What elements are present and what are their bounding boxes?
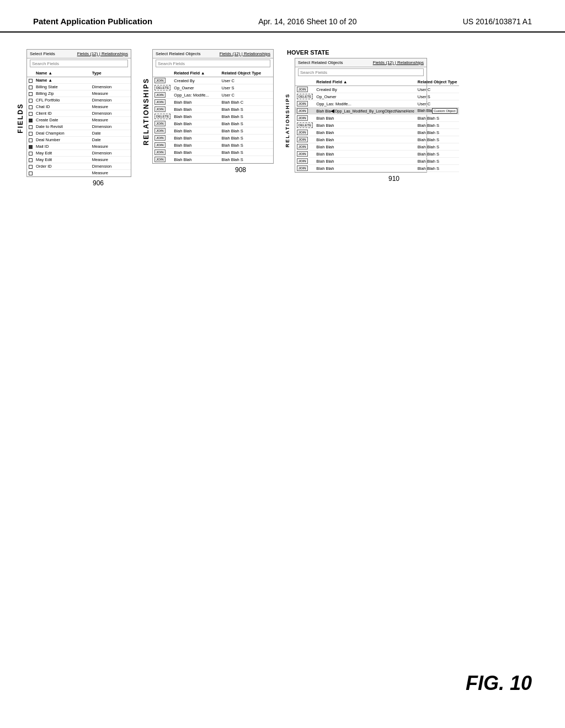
field-name: Name ▲ (34, 77, 90, 84)
hover-object-type: Blah Blah S (416, 129, 459, 136)
field-checkbox[interactable] (27, 104, 34, 110)
hover-table-row: JOINCreated ByUser C (295, 86, 459, 93)
rel-search-row[interactable] (153, 58, 273, 69)
rel-table-row: JOINCreated ByUser C (153, 77, 273, 84)
rel-btn-cell[interactable]: JOIN (153, 106, 172, 113)
hover-btn-cell[interactable]: JOIN (295, 108, 315, 115)
header-center: Apr. 14, 2016 Sheet 10 of 20 (258, 17, 356, 26)
hover-panel: Select Related Objects Fields (12) | Rel… (295, 58, 427, 173)
field-checkbox[interactable] (27, 157, 34, 163)
field-name: Create Date (34, 117, 90, 124)
rel-object-type: User S (220, 84, 273, 92)
field-name: Deal Champion (34, 130, 90, 137)
fields-ref-number: 906 (93, 179, 104, 187)
field-checkbox[interactable] (27, 170, 34, 176)
field-checkbox[interactable] (27, 84, 34, 90)
rel-btn-cell[interactable]: JOIN (153, 127, 172, 135)
rel-btn-cell[interactable]: DELETE (153, 84, 172, 92)
hover-btn-cell[interactable]: JOIN (295, 151, 315, 158)
fields-table-row: Name ▲ (27, 77, 131, 84)
field-type: Measure (90, 143, 131, 150)
fields-table-row: Chat IDMeasure (27, 104, 131, 110)
hover-btn-cell[interactable]: JOIN (295, 136, 315, 143)
field-checkbox[interactable] (27, 117, 34, 124)
field-type: Dimension (90, 124, 131, 130)
hover-btn-cell[interactable]: DELETE (295, 93, 315, 100)
hover-field-name: Created By (315, 86, 415, 93)
field-checkbox[interactable] (27, 124, 34, 130)
fields-table-row: Measure (27, 170, 131, 176)
field-type: Measure (90, 170, 131, 176)
fields-table-row: Order IDDimension (27, 163, 131, 170)
hover-field-name: Blah Blah (315, 165, 415, 172)
hover-header-right: Fields (12) | Relationships (373, 60, 424, 65)
rel-btn-cell[interactable]: JOIN (153, 135, 172, 142)
rel-btn-cell[interactable]: JOIN (153, 120, 172, 127)
relationships-section: RELATIONSHIPS Select Related Objects Fie… (142, 49, 274, 174)
hover-search-input[interactable] (298, 68, 424, 76)
field-name: Billing State (34, 84, 90, 90)
header-right: US 2016/103871 A1 (463, 17, 532, 26)
hover-panel-header: Select Related Objects Fields (12) | Rel… (295, 58, 427, 67)
field-checkbox[interactable] (27, 90, 34, 97)
hover-col-btn-header (295, 78, 315, 86)
field-checkbox[interactable] (27, 143, 34, 150)
fields-table-row: CFL PortfolioDimension (27, 97, 131, 104)
hover-btn-cell[interactable]: DELETE (295, 122, 315, 129)
fields-search-input[interactable] (30, 60, 128, 67)
hover-table-row: JOINBlah BlahBlah Blah S (295, 151, 459, 158)
rel-object-type: Blah Blah S (220, 120, 273, 127)
hover-object-type: User C (416, 100, 459, 108)
rel-btn-cell[interactable]: JOIN (153, 156, 172, 163)
field-checkbox[interactable] (27, 97, 34, 104)
rel-table-row: DELETEOp_OwnerUser S (153, 84, 273, 92)
hover-object-type: Blah Blah S (416, 151, 459, 158)
rel-btn-cell[interactable]: DELETE (153, 113, 172, 120)
rel-field-name: Opp_Las: Modife... (172, 92, 220, 99)
field-type: Dimension (90, 97, 131, 104)
hover-table-row: JOINBlah Bla◀Opp_Las_Modified_By_LongObj… (295, 108, 459, 115)
hover-btn-cell[interactable]: JOIN (295, 115, 315, 122)
hover-btn-cell[interactable]: JOIN (295, 86, 315, 93)
rel-btn-cell[interactable]: JOIN (153, 142, 172, 149)
fields-table-row: Deal NumberDate (27, 137, 131, 143)
hover-btn-cell[interactable]: JOIN (295, 143, 315, 151)
field-checkbox[interactable] (27, 130, 34, 137)
field-checkbox[interactable] (27, 137, 34, 143)
field-checkbox[interactable] (27, 150, 34, 157)
field-type: Measure (90, 104, 131, 110)
rel-table-row: DELETEBlah BlahBlah Blah S (153, 113, 273, 120)
field-checkbox[interactable] (27, 77, 34, 84)
hover-btn-cell[interactable]: JOIN (295, 165, 315, 172)
hover-field-name: Op_Owner (315, 93, 415, 100)
rel-field-name: Blah Blah (172, 149, 220, 156)
rel-search-input[interactable] (156, 60, 270, 67)
hover-btn-cell[interactable]: JOIN (295, 158, 315, 165)
field-name: Chat ID (34, 104, 90, 110)
hover-field-name: Blah Blah (315, 129, 415, 136)
fields-table-row: Client IDDimension (27, 110, 131, 117)
hover-btn-cell[interactable]: JOIN (295, 129, 315, 136)
rel-btn-cell[interactable]: JOIN (153, 77, 172, 84)
fields-panel: Select Fields Fields (12) | Relationship… (26, 49, 131, 177)
rel-btn-cell[interactable]: JOIN (153, 92, 172, 99)
hover-btn-cell[interactable]: JOIN (295, 100, 315, 108)
field-name: Deal Number (34, 137, 90, 143)
hover-object-type: Blah Blah S (416, 122, 459, 129)
hover-table: Related Field ▲ Related Object Type JOIN… (295, 78, 459, 172)
hover-state-title: HOVER STATE (287, 49, 329, 56)
rel-field-name: Blah Blah (172, 113, 220, 120)
relationships-table: Related Field ▲ Related Object Type JOIN… (153, 69, 273, 163)
hover-field-name: Blah Blah (315, 143, 415, 151)
rel-object-type: Blah Blah S (220, 106, 273, 113)
field-checkbox[interactable] (27, 163, 34, 170)
rel-btn-cell[interactable]: JOIN (153, 149, 172, 156)
fields-search-row[interactable] (27, 58, 131, 69)
rel-col-field-header: Related Field ▲ (172, 69, 220, 77)
field-checkbox[interactable] (27, 110, 34, 117)
hover-object-type: User C (416, 86, 459, 93)
hover-ref-number: 910 (388, 175, 399, 183)
hover-search-row[interactable] (295, 67, 427, 78)
hover-table-row: JOINBlah BlahBlah Blah S (295, 129, 459, 136)
rel-btn-cell[interactable]: JOIN (153, 99, 172, 106)
